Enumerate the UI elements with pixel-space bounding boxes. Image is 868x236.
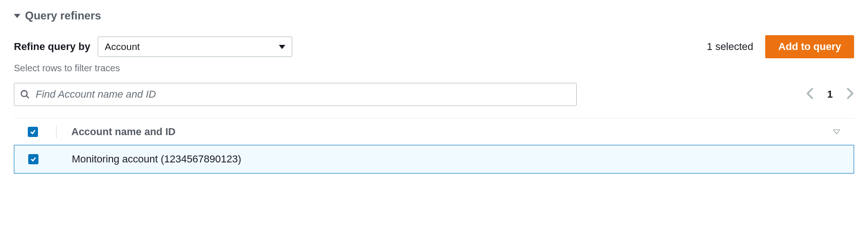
row-checkbox[interactable] xyxy=(28,154,38,164)
search-icon xyxy=(20,89,30,99)
search-input[interactable] xyxy=(36,88,571,100)
svg-line-1 xyxy=(26,96,29,99)
selected-count: 1 selected xyxy=(707,41,753,53)
select-all-checkbox[interactable] xyxy=(28,127,38,137)
section-header[interactable]: Query refiners xyxy=(14,9,854,22)
column-header-name[interactable]: Account name and ID xyxy=(65,126,822,138)
refine-right: 1 selected Add to query xyxy=(707,35,854,58)
sort-caret-icon xyxy=(833,130,840,134)
search-box[interactable] xyxy=(14,83,577,106)
chevron-down-icon xyxy=(279,45,285,49)
refine-left: Refine query by Account xyxy=(14,37,292,57)
row-name: Monitoring account (1234567890123) xyxy=(65,153,840,165)
svg-point-0 xyxy=(21,91,27,97)
page-prev-button[interactable] xyxy=(806,87,814,102)
accounts-table: Account name and ID Monitoring account (… xyxy=(14,118,854,174)
refine-row: Refine query by Account 1 selected Add t… xyxy=(14,35,854,58)
refine-select-value: Account xyxy=(105,41,140,52)
page-next-button[interactable] xyxy=(846,87,854,102)
table-row[interactable]: Monitoring account (1234567890123) xyxy=(14,145,854,174)
page-number: 1 xyxy=(827,88,833,100)
select-all-cell xyxy=(28,127,65,137)
hint-text: Select rows to filter traces xyxy=(14,63,854,74)
row-checkbox-cell xyxy=(28,154,65,164)
pagination: 1 xyxy=(806,87,854,102)
search-row: 1 xyxy=(14,83,854,106)
section-title: Query refiners xyxy=(25,9,101,22)
refine-select[interactable]: Account xyxy=(98,37,292,57)
caret-down-icon xyxy=(14,14,20,18)
sort-control[interactable] xyxy=(822,130,840,134)
add-to-query-button[interactable]: Add to query xyxy=(765,35,854,58)
table-header-row: Account name and ID xyxy=(14,118,854,145)
refine-label: Refine query by xyxy=(14,41,90,53)
